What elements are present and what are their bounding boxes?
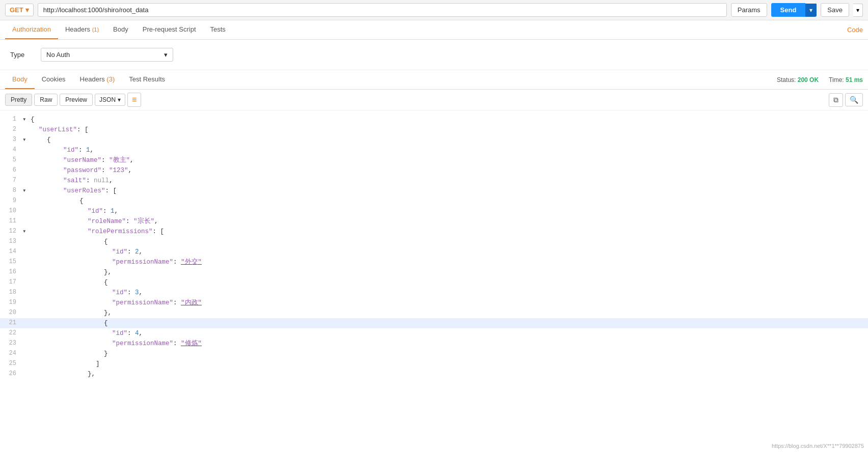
- line-15: 15 "permissionName": "外交": [0, 257, 868, 267]
- pretty-button[interactable]: Pretty: [5, 94, 32, 106]
- line-16: 16 },: [0, 267, 868, 277]
- send-btn-group: Send ▾: [771, 3, 817, 17]
- format-value: JSON: [99, 96, 116, 103]
- line-1: 1▾{: [0, 115, 868, 125]
- line-2: 2 "userList": [: [0, 125, 868, 135]
- copy-button[interactable]: ⧉: [829, 93, 843, 107]
- line-10: 10 "id": 1,: [0, 206, 868, 216]
- save-dropdown-button[interactable]: ▾: [853, 4, 863, 17]
- line-21: 21 {: [0, 318, 868, 328]
- tab-pre-request-script[interactable]: Pre-request Script: [135, 20, 203, 39]
- json-viewer: 1▾{ 2 "userList": [ 3▾{ 4 "id": 1, 5 "us…: [0, 110, 868, 379]
- auth-section: Type No Auth ▾: [0, 40, 868, 70]
- line-24: 24 }: [0, 349, 868, 359]
- auth-type-label: Type: [10, 51, 31, 59]
- time-value: 51 ms: [846, 76, 863, 83]
- format-select[interactable]: JSON ▾: [95, 94, 125, 106]
- tab-headers[interactable]: Headers (1): [58, 20, 106, 39]
- response-status: Status: 200 OK Time: 51 ms: [777, 71, 863, 89]
- format-chevron-icon: ▾: [118, 96, 121, 103]
- wrap-button[interactable]: ≡: [127, 93, 141, 107]
- line-17: 17 {: [0, 277, 868, 288]
- send-button[interactable]: Send: [771, 3, 806, 17]
- method-select[interactable]: GET ▾: [5, 4, 34, 16]
- top-bar: GET ▾ Params Send ▾ Save ▾: [0, 0, 868, 20]
- method-chevron-icon: ▾: [25, 6, 29, 14]
- line-4: 4 "id": 1,: [0, 145, 868, 155]
- resp-tab-test-results[interactable]: Test Results: [122, 70, 172, 89]
- line-20: 20 },: [0, 308, 868, 318]
- resp-tab-headers[interactable]: Headers (3): [73, 70, 122, 89]
- line-9: 9 {: [0, 196, 868, 206]
- line-19: 19 "permissionName": "内政": [0, 298, 868, 308]
- line-22: 22 "id": 4,: [0, 328, 868, 338]
- tab-tests[interactable]: Tests: [203, 20, 233, 39]
- line-26: 26 },: [0, 369, 868, 379]
- method-label: GET: [10, 6, 23, 14]
- line-8: 8▾"userRoles": [: [0, 186, 868, 196]
- auth-type-chevron-icon: ▾: [164, 51, 168, 59]
- resp-tab-cookies[interactable]: Cookies: [35, 70, 73, 89]
- status-value: 200 OK: [798, 76, 819, 83]
- resp-tab-body[interactable]: Body: [5, 70, 35, 89]
- params-button[interactable]: Params: [731, 3, 767, 17]
- line-23: 23 "permissionName": "修炼": [0, 338, 868, 349]
- search-button[interactable]: 🔍: [845, 93, 863, 106]
- line-25: 25 ]: [0, 359, 868, 369]
- line-13: 13 {: [0, 237, 868, 247]
- line-3: 3▾{: [0, 135, 868, 145]
- raw-button[interactable]: Raw: [34, 94, 58, 106]
- save-button[interactable]: Save: [821, 3, 849, 17]
- url-input[interactable]: [38, 3, 727, 17]
- request-tabs: Authorization Headers (1) Body Pre-reque…: [0, 20, 868, 40]
- tab-body[interactable]: Body: [106, 20, 135, 39]
- line-11: 11 "roleName": "宗长",: [0, 216, 868, 227]
- code-link[interactable]: Code: [847, 21, 863, 39]
- line-5: 5 "userName": "教主",: [0, 155, 868, 165]
- tab-authorization[interactable]: Authorization: [5, 20, 58, 39]
- send-dropdown-button[interactable]: ▾: [805, 4, 817, 17]
- line-14: 14 "id": 2,: [0, 247, 868, 257]
- auth-type-select[interactable]: No Auth ▾: [41, 48, 173, 62]
- line-18: 18 "id": 3,: [0, 288, 868, 298]
- body-toolbar: Pretty Raw Preview JSON ▾ ≡ ⧉ 🔍: [0, 90, 868, 110]
- line-7: 7 "salt": null,: [0, 176, 868, 186]
- auth-type-value: No Auth: [46, 51, 70, 59]
- response-tabs: Body Cookies Headers (3) Test Results St…: [0, 70, 868, 90]
- preview-button[interactable]: Preview: [60, 94, 93, 106]
- line-12: 12▾"rolePermissions": [: [0, 227, 868, 237]
- line-6: 6 "password": "123",: [0, 165, 868, 176]
